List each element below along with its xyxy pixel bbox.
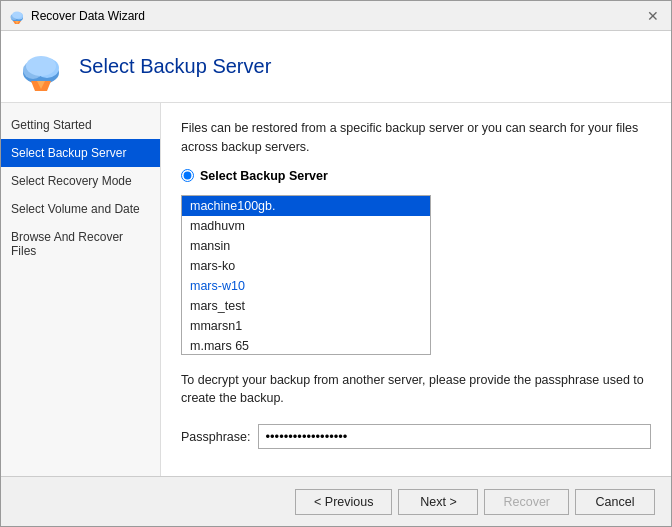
svg-point-7	[26, 56, 56, 76]
wizard-footer: < Previous Next > Recover Cancel	[1, 476, 671, 526]
sidebar-item-getting-started[interactable]: Getting Started	[1, 111, 160, 139]
select-backup-server-radio[interactable]: Select Backup Server	[181, 169, 651, 183]
server-listbox[interactable]: machine100gb. madhuvm mansin mars-ko mar…	[181, 195, 431, 355]
next-button[interactable]: Next >	[398, 489, 478, 515]
title-bar: Recover Data Wizard ✕	[1, 1, 671, 31]
header-icon	[17, 43, 65, 91]
listbox-item[interactable]: mars_test	[182, 296, 430, 316]
passphrase-input[interactable]	[258, 424, 651, 449]
wizard-sidebar: Getting Started Select Backup Server Sel…	[1, 103, 161, 476]
title-bar-left: Recover Data Wizard	[9, 8, 145, 24]
passphrase-row: Passphrase:	[181, 424, 651, 449]
listbox-item[interactable]: mars-ko	[182, 256, 430, 276]
radio-label-text: Select Backup Server	[200, 169, 328, 183]
passphrase-label: Passphrase:	[181, 430, 250, 444]
decrypt-note: To decrypt your backup from another serv…	[181, 371, 651, 409]
app-icon	[9, 8, 25, 24]
listbox-item[interactable]: m.mars 65	[182, 336, 430, 355]
sidebar-item-select-volume-date[interactable]: Select Volume and Date	[1, 195, 160, 223]
sidebar-item-select-recovery-mode[interactable]: Select Recovery Mode	[1, 167, 160, 195]
title-bar-title: Recover Data Wizard	[31, 9, 145, 23]
wizard-title: Select Backup Server	[79, 55, 271, 78]
close-button[interactable]: ✕	[643, 9, 663, 23]
listbox-item[interactable]: mansin	[182, 236, 430, 256]
cancel-button[interactable]: Cancel	[575, 489, 655, 515]
wizard-body: Getting Started Select Backup Server Sel…	[1, 103, 671, 476]
svg-point-3	[12, 11, 22, 18]
listbox-item[interactable]: machine100gb.	[182, 196, 430, 216]
wizard-content: Files can be restored from a specific ba…	[161, 103, 671, 476]
content-description: Files can be restored from a specific ba…	[181, 119, 651, 157]
sidebar-item-browse-recover-files[interactable]: Browse And Recover Files	[1, 223, 160, 265]
recover-button[interactable]: Recover	[484, 489, 569, 515]
listbox-item[interactable]: madhuvm	[182, 216, 430, 236]
sidebar-item-select-backup-server[interactable]: Select Backup Server	[1, 139, 160, 167]
radio-select-backup-server[interactable]	[181, 169, 194, 182]
wizard-header: Select Backup Server	[1, 31, 671, 103]
listbox-item[interactable]: mmarsn1	[182, 316, 430, 336]
listbox-item[interactable]: mars-w10	[182, 276, 430, 296]
main-window: Recover Data Wizard ✕ Select Backup Serv…	[0, 0, 672, 527]
previous-button[interactable]: < Previous	[295, 489, 392, 515]
